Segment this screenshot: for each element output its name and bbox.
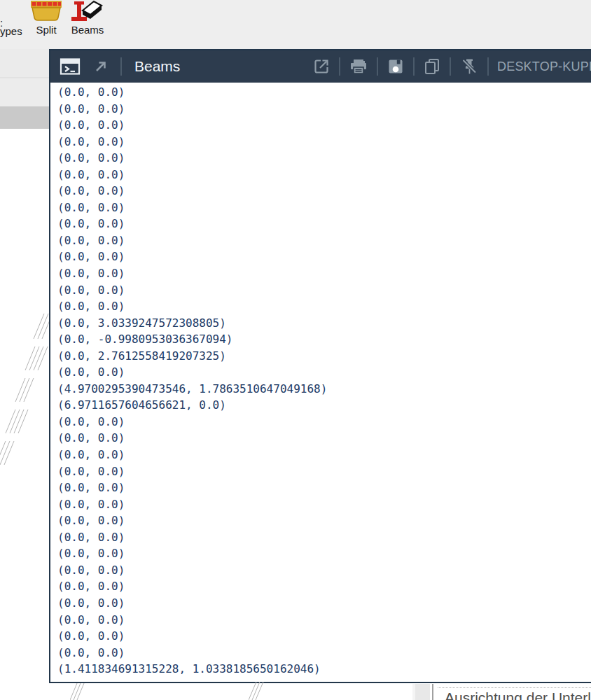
console-line: (0.0, 0.0) [57,282,591,299]
console-window-titlebar: Beams [50,50,591,83]
header-divider [120,57,122,76]
console-line: (0.0, 0.0) [57,628,591,645]
header-divider [413,57,415,76]
panel-dotted-border [438,687,591,688]
console-output[interactable]: (0.0, 0.0)(0.0, 0.0)(0.0, 0.0)(0.0, 0.0)… [50,83,591,682]
console-line: (0.0, 0.0) [57,101,591,118]
host-name-label: DESKTOP-KUPPM [497,59,591,74]
console-line: (0.0, 0.0) [57,595,591,612]
properties-panel-fragment: Ausrichtung der Unterlage [435,684,591,700]
console-line: (1.411834691315228, 1.0338185650162046) [57,661,591,678]
console-line: (0.0, 0.0) [57,200,591,216]
toolbar-button-beams[interactable]: Beams [69,0,106,36]
pin-off-icon[interactable] [459,57,479,76]
split-section-icon [29,0,63,22]
console-line: (0.0, 0.0) [57,612,591,629]
background-row-selected[interactable] [0,106,49,129]
app-background-strip [0,49,49,700]
console-line: (0.0, 0.0) [57,529,591,546]
console-line: (0.0, 0.0) [57,265,591,282]
console-line: (0.0, 0.0) [57,134,591,150]
console-line: (0.0, 0.0) [57,545,591,562]
console-line: (0.0, 2.7612558419207325) [57,348,591,365]
background-row-lighter [0,79,49,106]
console-line: (0.0, 0.0) [57,479,591,496]
console-line: (0.0, 0.0) [57,645,591,662]
console-window: Beams [49,49,591,683]
header-divider [487,57,489,76]
cad-hatch-marks-bottom-mid [249,682,279,700]
header-divider [377,57,378,76]
header-divider [450,57,451,76]
console-line: (0.0, 0.0) [57,84,591,101]
console-line: (0.0, 0.0) [57,447,591,463]
save-icon[interactable] [387,57,405,76]
console-line: (4.9700295390473546, 1.7863510647049168) [57,381,591,398]
cad-hatch-marks [0,308,49,476]
console-line: (0.0, 0.0) [57,216,591,232]
console-line: (0.0, 0.0) [57,578,591,595]
arrow-up-right-icon[interactable] [92,58,109,75]
console-window-icon [59,55,81,78]
console-line: (0.0, 0.0) [57,430,591,447]
copy-icon[interactable] [423,57,441,76]
console-line: (0.0, 0.0) [57,512,591,529]
app-screenshot: : ypes Split [0,0,591,700]
cad-hatch-marks-bottom-left [70,683,101,700]
printer-icon[interactable] [349,57,368,76]
panel-separator [432,684,433,700]
ribbon-toolbar: : ypes Split [0,0,591,49]
console-line: (0.0, 0.0) [57,232,591,249]
console-line: (0.0, 0.0) [57,364,591,381]
header-divider [339,57,340,76]
console-line: (0.0, 0.0) [57,463,591,480]
console-line: (0.0, 3.0339247572308805) [57,315,591,332]
background-row-light [0,49,49,78]
console-line: (0.0, 0.0) [57,414,591,430]
console-line: (0.0, 0.0) [57,496,591,513]
console-line: (0.0, -0.9980953036367094) [57,331,591,348]
console-line: (0.0, 0.0) [57,150,591,167]
console-line: (0.0, 0.0) [57,298,591,315]
beams-icon [69,0,106,22]
open-external-icon[interactable] [312,57,331,76]
toolbar-item-partial-label-2: ypes [0,25,22,37]
panel-section-label: Ausrichtung der Unterlage [445,690,591,700]
toolbar-button-split[interactable]: Split [29,0,63,36]
toolbar-button-beams-label: Beams [69,24,106,36]
console-line: (0.0, 0.0) [57,248,591,265]
console-line: (0.0, 0.0) [57,117,591,134]
console-line: (6.9711657604656621, 0.0) [57,397,591,414]
console-line: (0.0, 0.0) [57,183,591,200]
toolbar-button-split-label: Split [29,24,63,36]
window-title: Beams [134,58,180,75]
console-line: (0.0, 0.0) [57,562,591,579]
scrollbar-fragment[interactable] [412,684,430,700]
console-line: (0.0, 0.0) [57,167,591,183]
